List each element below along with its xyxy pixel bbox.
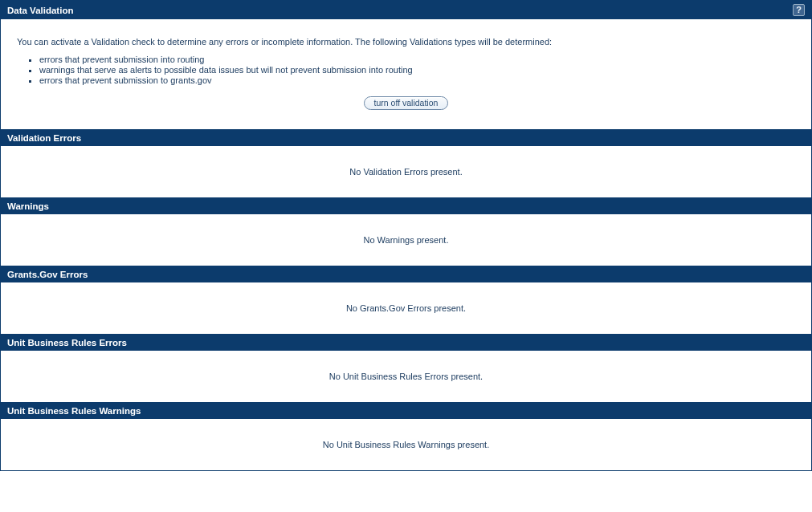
panel-title: Data Validation [7, 6, 73, 15]
intro-block: You can activate a Validation check to d… [1, 19, 811, 129]
section-header-unit-business-rules-errors: Unit Business Rules Errors [1, 334, 811, 351]
list-item: errors that prevent submission into rout… [39, 55, 795, 64]
section-header-warnings: Warnings [1, 197, 811, 214]
section-body-validation-errors: No Validation Errors present. [1, 146, 811, 197]
section-body-grants-gov-errors: No Grants.Gov Errors present. [1, 282, 811, 334]
turn-off-validation-button[interactable]: turn off validation [364, 96, 449, 110]
data-validation-panel: Data Validation ? You can activate a Val… [0, 0, 812, 471]
section-body-warnings: No Warnings present. [1, 214, 811, 266]
intro-paragraph: You can activate a Validation check to d… [17, 37, 795, 47]
list-item: warnings that serve as alerts to possibl… [39, 65, 795, 75]
intro-bullet-list: errors that prevent submission into rout… [17, 55, 795, 85]
panel-header: Data Validation ? [1, 1, 811, 19]
help-icon[interactable]: ? [793, 4, 805, 16]
section-header-grants-gov-errors: Grants.Gov Errors [1, 266, 811, 282]
section-body-unit-business-rules-errors: No Unit Business Rules Errors present. [1, 351, 811, 402]
section-body-unit-business-rules-warnings: No Unit Business Rules Warnings present. [1, 419, 811, 470]
section-header-validation-errors: Validation Errors [1, 129, 811, 146]
list-item: errors that prevent submission to grants… [39, 75, 795, 85]
section-header-unit-business-rules-warnings: Unit Business Rules Warnings [1, 402, 811, 419]
toggle-button-row: turn off validation [17, 96, 795, 118]
